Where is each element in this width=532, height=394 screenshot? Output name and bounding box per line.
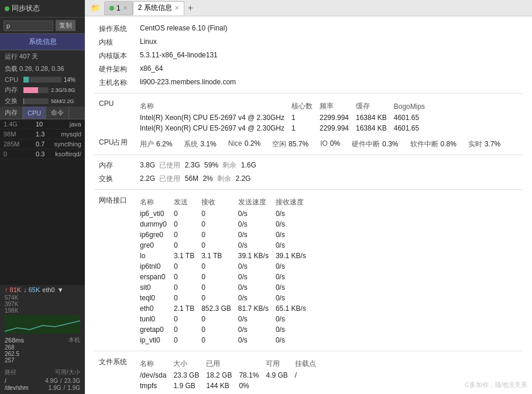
- fs-info-table: 文件系统 名称 大小 已用 可用 挂载点: [94, 355, 523, 393]
- content-scroll: 操作系统 CentOS release 6.10 (Final) 内核 Linu…: [85, 16, 532, 394]
- tab1-close-icon[interactable]: ✕: [123, 5, 128, 11]
- cpu-label: CPU: [5, 76, 21, 83]
- net-data-row: lo3.1 TB3.1 TB39.1 KB/s39.1 KB/s: [140, 251, 313, 261]
- net-data-row: sit0000/s0/s: [140, 282, 313, 293]
- process-list: 1.4G 10 java 98M 1.3 mysqld 285M 0.7 syn…: [0, 119, 85, 285]
- net-th-send: 发送: [174, 196, 201, 208]
- swap-info-label: 交换: [94, 172, 135, 186]
- net-data-row: gre0000/s0/s: [140, 240, 313, 251]
- cpu-usage-realtime: 实时 3.7%: [468, 139, 500, 149]
- net-data-row: erspan0000/s0/s: [140, 272, 313, 282]
- fs-th-avail: 可用: [266, 358, 294, 370]
- net-header-row: 名称 发送 接收 发送速度 接收速度: [140, 196, 313, 208]
- main-area: 📁 1 ✕ 2 系统信息 ✕ + 操作系统 CentOS release 6.1…: [85, 0, 532, 394]
- cpu-section-label: CPU: [94, 97, 135, 135]
- fs-data-row: /dev/sda23.3 GB18.2 GB78.1%4.9 GB/: [140, 370, 323, 381]
- cpu-usage-row: CPU占用 用户 6.2% 系统 3.1% Nice 0.2%: [94, 135, 523, 151]
- os-row: 操作系统 CentOS release 6.10 (Final): [94, 22, 523, 36]
- net-data-row: ip_vti0000/s0/s: [140, 335, 313, 345]
- watermark: C多加你，随地没关系: [465, 381, 527, 389]
- kernel-ver-label: 内核版本: [94, 49, 135, 63]
- path-row: /dev/shm 1.9G / 1.9G: [5, 385, 80, 391]
- net-data-row: tunl0000/s0/s: [140, 314, 313, 324]
- net-values: 574K 397K 198K: [0, 294, 85, 315]
- network-mini: ↑ 81K ↓ 65K eth0 ▼: [0, 285, 85, 294]
- uptime-row: 运行 407 天: [0, 50, 85, 63]
- swap-label: 交换: [5, 97, 21, 105]
- os-info-table: 操作系统 CentOS release 6.10 (Final) 内核 Linu…: [94, 22, 523, 90]
- ping-section: 268ms 本机 268 262.5 257: [0, 334, 85, 366]
- tab1-pill[interactable]: 1 ✕: [104, 1, 133, 15]
- swap-bar-fill: [23, 98, 24, 104]
- load-row: 负载 0.28, 0.28, 0.36: [0, 63, 85, 75]
- hostname-value: li900-223.members.linode.com: [135, 76, 523, 90]
- input-row: 复制: [0, 18, 85, 33]
- path-row: / 4.9G / 23.3G: [5, 378, 80, 384]
- list-item: 1.4G 10 java: [0, 119, 85, 129]
- add-tab-button[interactable]: +: [184, 3, 197, 13]
- cpu-th-cores: 核心数: [291, 100, 320, 112]
- cpu-usage-idle: 空闲 85.7%: [272, 139, 308, 149]
- kernel-ver-row: 内核版本 5.3.11-x86_64-linode131: [94, 49, 523, 63]
- tab1-label: 1: [116, 4, 121, 12]
- server-input[interactable]: [4, 20, 53, 31]
- sidebar: 同步状态 复制 系统信息 运行 407 天 负载 0.28, 0.28, 0.3…: [0, 0, 85, 394]
- arch-row: 硬件架构 x86_64: [94, 63, 523, 76]
- fs-data-table: 名称 大小 已用 可用 挂载点 /dev/sda23.3 GB18.2 GB78…: [140, 358, 323, 391]
- os-label: 操作系统: [94, 22, 135, 36]
- net-section-value: 名称 发送 接收 发送速度 接收速度 ip6_vti0000/s0/sdummy…: [135, 193, 523, 347]
- net-chart: [5, 315, 80, 334]
- fs-th-pct: [239, 358, 266, 370]
- mem-info-value: 3.8G 已使用 2.3G 59% 剩余 1.6G: [135, 159, 523, 172]
- swap-bar: [23, 98, 49, 104]
- cpu-usage-value: 用户 6.2% 系统 3.1% Nice 0.2% 空闲: [135, 135, 523, 151]
- cpu-usage-hwirq: 硬件中断 0.3%: [352, 139, 398, 149]
- tab-mem[interactable]: 内存: [0, 107, 23, 119]
- copy-button[interactable]: 复制: [56, 20, 75, 31]
- path-section: 路径 可用/大小 / 4.9G / 23.3G /dev/shm 1.9G / …: [0, 366, 85, 394]
- tab2-label: 2 系统信息: [138, 3, 172, 13]
- net-section-label: 网络接口: [94, 193, 135, 347]
- kernel-ver-value: 5.3.11-x86_64-linode131: [135, 49, 523, 63]
- net-data-row: dummy0000/s0/s: [140, 219, 313, 229]
- cpu-section-row: CPU 名称 核心数 频率 缓存 BogoMips: [94, 97, 523, 135]
- net-th-recv-speed: 接收速度: [276, 196, 313, 208]
- sync-status-label: 同步状态: [12, 4, 40, 13]
- mem-row: 内存 3.8G 已使用 2.3G 59% 剩余 1.6G: [94, 159, 523, 172]
- mem-info-table: 内存 3.8G 已使用 2.3G 59% 剩余 1.6G 交换 2.2G 已使用…: [94, 159, 523, 186]
- net-up: ↑ 81K: [5, 286, 21, 293]
- net-iface: eth0: [42, 286, 54, 293]
- cpu-usage-sys: 系统 3.1%: [184, 139, 216, 149]
- hostname-label: 主机名称: [94, 76, 135, 90]
- cpu-section-value: 名称 核心数 频率 缓存 BogoMips Intel(R) Xeon(R) C…: [135, 97, 523, 135]
- kernel-row: 内核 Linux: [94, 36, 523, 49]
- tab-header-bar: 📁 1 ✕ 2 系统信息 ✕ +: [85, 0, 532, 16]
- mem-progress-row: 内存 2.3G/3.8G: [0, 84, 85, 95]
- fs-data-row: tmpfs1.9 GB144 KB0%: [140, 381, 323, 391]
- mem-bar: [23, 87, 49, 93]
- cpu-data-row: Intel(R) Xeon(R) CPU E5-2697 v4 @ 2.30GH…: [140, 123, 432, 133]
- swap-info-value: 2.2G 已使用 56M 2% 剩余 2.2G: [135, 172, 523, 186]
- fs-th-mount: 挂载点: [295, 358, 323, 370]
- tab-cpu[interactable]: CPU: [23, 107, 46, 119]
- swap-row: 交换 2.2G 已使用 56M 2% 剩余 2.2G: [94, 172, 523, 186]
- cpu-bar: [23, 77, 61, 83]
- net-data-row: teql0000/s0/s: [140, 293, 313, 303]
- mem-value: 2.3G/3.8G: [51, 87, 80, 93]
- process-tabs: 内存 CPU 命令: [0, 107, 85, 119]
- net-th-recv: 接收: [201, 196, 238, 208]
- folder-icon-button[interactable]: 📁: [87, 1, 104, 15]
- tab2-pill[interactable]: 2 系统信息 ✕: [133, 1, 184, 15]
- sysinfo-button[interactable]: 系统信息: [0, 33, 85, 50]
- fs-header-row: 名称 大小 已用 可用 挂载点: [140, 358, 323, 370]
- cpu-th-bogomips: BogoMips: [394, 100, 432, 112]
- net-data-row: ip6gre0000/s0/s: [140, 229, 313, 240]
- cpu-th-cache: 缓存: [356, 100, 394, 112]
- kernel-value: Linux: [135, 36, 523, 49]
- tab2-close-icon[interactable]: ✕: [174, 5, 179, 11]
- cpu-section-table: CPU 名称 核心数 频率 缓存 BogoMips: [94, 97, 523, 135]
- ping-257: 257: [5, 357, 80, 364]
- tab-cmd[interactable]: 命令: [46, 107, 69, 119]
- fs-th-size: 大小: [173, 358, 206, 370]
- cpu-usage-io: IO 0%: [320, 139, 340, 149]
